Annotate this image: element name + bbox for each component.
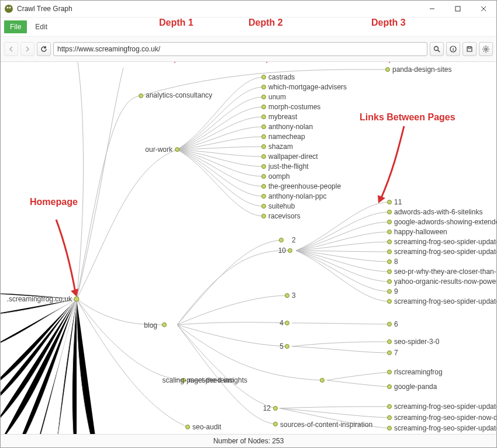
svg-line-19: [484, 51, 484, 51]
svg-point-56: [262, 195, 266, 199]
svg-point-44: [262, 75, 266, 79]
node-d3a-9[interactable]: 9: [394, 287, 398, 296]
svg-point-32: [285, 345, 289, 349]
svg-point-50: [262, 135, 266, 139]
maximize-button[interactable]: [445, 1, 471, 17]
svg-point-61: [388, 220, 392, 224]
node-anthony-nolan[interactable]: anthony-nolan: [268, 123, 313, 131]
node-2[interactable]: 2: [292, 236, 296, 244]
node-d3-seo-spider-3-0[interactable]: seo-spider-3-0: [394, 338, 439, 346]
node-3[interactable]: 3: [292, 291, 296, 300]
node-d3a-4[interactable]: screaming-frog-seo-spider-update-vers: [394, 238, 496, 246]
node-d3a-10[interactable]: screaming-frog-seo-spider-update-vers: [394, 297, 496, 305]
node-5[interactable]: 5: [279, 342, 284, 350]
node-suitehub[interactable]: suitehub: [268, 202, 295, 210]
node-root[interactable]: .screamingfrog.co.uk: [7, 295, 72, 303]
node-morph-costumes[interactable]: morph-costumes: [268, 103, 320, 111]
svg-point-66: [388, 270, 392, 274]
node-scaling-pagespeed[interactable]: scaling-pagespeed-insights: [163, 376, 247, 384]
svg-marker-73: [263, 62, 270, 63]
node-our-work[interactable]: our-work: [145, 145, 172, 154]
node-the-greenhouse-people[interactable]: the-greenhouse-people: [268, 182, 341, 190]
annot-depth-1: Depth 1: [159, 18, 194, 28]
blog-edges: [177, 240, 322, 424]
svg-point-33: [320, 378, 325, 383]
node-d3a-5[interactable]: screaming-frog-seo-spider-update-vers: [394, 248, 496, 256]
window-title: Crawl Tree Graph: [17, 5, 73, 13]
svg-point-40: [388, 385, 392, 389]
graph-canvas[interactable]: .screamingfrog.co.uk analytics-consultan…: [1, 62, 496, 434]
node-d3a-3[interactable]: happy-halloween: [394, 228, 447, 236]
node-d3-7[interactable]: 7: [394, 349, 398, 357]
node-which-mortgage-advisers[interactable]: which-mortgage-advisers: [268, 83, 347, 91]
node-namecheap[interactable]: namecheap: [268, 133, 305, 141]
svg-line-17: [484, 47, 484, 47]
minimize-button[interactable]: [419, 1, 445, 17]
node-panda-design-sites[interactable]: panda-design-sites: [392, 65, 451, 74]
app-icon: [4, 4, 13, 13]
save-button[interactable]: [463, 42, 477, 56]
node-unum[interactable]: unum: [268, 93, 286, 101]
svg-point-27: [386, 68, 390, 72]
statusbar: Number of Nodes: 253: [1, 434, 496, 447]
node-just-the-flight[interactable]: just-the-flight: [268, 162, 309, 171]
node-sources-of-content[interactable]: sources-of-content-inspiration: [280, 421, 372, 429]
svg-point-55: [262, 185, 266, 189]
node-anthony-nolan-ppc[interactable]: anthony-nolan-ppc: [268, 192, 326, 200]
svg-point-65: [388, 260, 392, 264]
svg-point-64: [388, 250, 392, 254]
node-d3-rlscreamingfrog[interactable]: rlscreamingfrog: [394, 368, 443, 376]
node-analytics-consultancy[interactable]: analytics-consultancy: [146, 91, 212, 99]
node-10[interactable]: 10: [278, 246, 286, 255]
settings-button[interactable]: [479, 42, 493, 56]
svg-point-59: [388, 200, 392, 204]
svg-point-36: [388, 322, 392, 327]
svg-point-63: [388, 240, 392, 244]
node-blog[interactable]: blog: [144, 321, 157, 329]
node-d3a-1[interactable]: adwords-ads-with-6-sitelinks: [394, 208, 482, 216]
refresh-button[interactable]: [37, 42, 51, 56]
node-mybreast[interactable]: mybreast: [268, 113, 297, 121]
node-castrads[interactable]: castrads: [268, 73, 295, 81]
node-12[interactable]: 12: [263, 404, 271, 412]
svg-point-53: [262, 165, 266, 169]
node-d3a-7[interactable]: seo-pr-why-they-are-closer-than-you-th: [394, 268, 496, 276]
svg-marker-75: [386, 62, 393, 63]
node-d3-google-panda[interactable]: google-panda: [394, 383, 437, 391]
svg-point-23: [175, 148, 180, 152]
menu-file[interactable]: File: [4, 20, 27, 33]
node-d3b-1[interactable]: screaming-frog-seo-spider-now-does-p: [394, 414, 496, 422]
info-button[interactable]: i: [446, 42, 460, 56]
url-input[interactable]: [53, 42, 427, 56]
node-4[interactable]: 4: [279, 319, 284, 327]
forward-button[interactable]: [20, 42, 34, 56]
svg-point-49: [262, 125, 266, 129]
back-button[interactable]: [4, 42, 18, 56]
node-d3a-6[interactable]: 8: [394, 258, 398, 266]
node-d3b-0[interactable]: screaming-frog-seo-spider-update-vers: [394, 402, 496, 411]
svg-point-2: [9, 7, 11, 9]
svg-point-46: [262, 95, 266, 99]
node-d3a-0[interactable]: 11: [394, 198, 402, 206]
svg-point-48: [262, 115, 266, 119]
node-oomph[interactable]: oomph: [268, 172, 290, 180]
node-d3b-2[interactable]: screaming-frog-seo-spider-update-vers: [394, 424, 496, 432]
node-shazam[interactable]: shazam: [268, 143, 293, 151]
node-d3a-8[interactable]: yahoo-organic-results-now-powered-by: [394, 277, 496, 286]
svg-point-41: [388, 405, 392, 409]
search-button[interactable]: [430, 42, 444, 56]
node-wallpaper-direct[interactable]: wallpaper-direct: [268, 152, 318, 161]
node-d3-6[interactable]: 6: [394, 320, 398, 328]
node-seo-audit[interactable]: seo-audit: [192, 423, 221, 431]
close-button[interactable]: [471, 1, 496, 17]
status-text: Number of Nodes: 253: [213, 437, 284, 445]
svg-point-62: [388, 230, 392, 234]
node-racevisors[interactable]: racevisors: [268, 212, 301, 220]
svg-point-34: [274, 407, 278, 411]
svg-point-51: [262, 145, 266, 149]
svg-point-43: [388, 426, 392, 430]
svg-marker-71: [171, 62, 178, 63]
menu-edit[interactable]: Edit: [29, 20, 53, 33]
node-d3a-2[interactable]: google-adwords-showing-extended-dis: [394, 218, 496, 226]
root-edges: [77, 62, 188, 427]
